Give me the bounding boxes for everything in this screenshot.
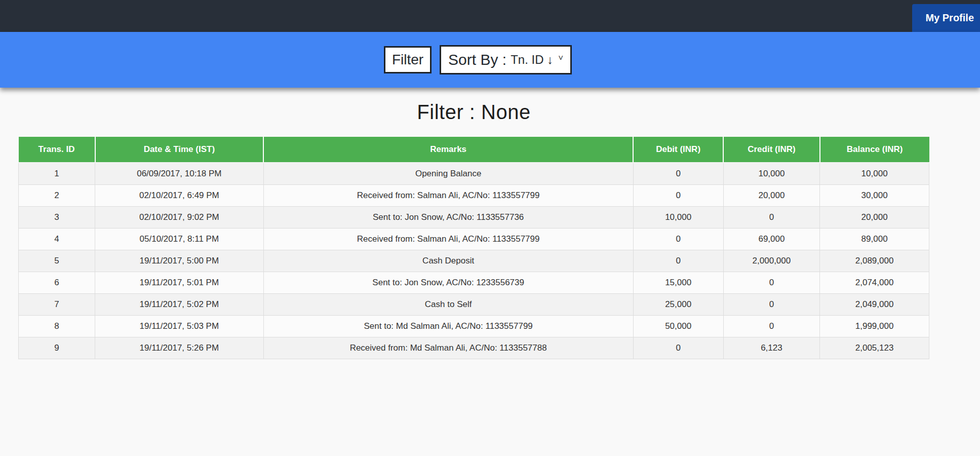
cell-debit: 25,000 <box>633 294 723 316</box>
cell-remarks: Sent to: Jon Snow, AC/No: 1233556739 <box>263 272 633 294</box>
my-profile-button[interactable]: My Profile <box>912 4 980 32</box>
cell-datetime: 02/10/2017, 6:49 PM <box>95 185 264 207</box>
cell-credit: 2,000,000 <box>723 250 820 272</box>
cell-remarks: Received from: Md Salman Ali, AC/No: 113… <box>263 337 633 359</box>
cell-credit: 0 <box>723 294 820 316</box>
cell-datetime: 19/11/2017, 5:02 PM <box>95 294 264 316</box>
table-header-row: Trans. IDDate & Time (IST)RemarksDebit (… <box>19 137 929 163</box>
chevron-down-icon: ˅ <box>558 53 563 63</box>
filter-sort-toolbar: Filter Sort By : Tn. ID ↓ ˅ <box>0 32 980 88</box>
column-header: Remarks <box>263 137 633 163</box>
table-row: 619/11/2017, 5:01 PMSent to: Jon Snow, A… <box>19 272 929 294</box>
cell-trans-id: 2 <box>19 185 95 207</box>
cell-debit: 0 <box>633 229 723 250</box>
cell-remarks: Received from: Salman Ali, AC/No: 113355… <box>263 229 633 250</box>
cell-debit: 15,000 <box>633 272 723 294</box>
cell-balance: 2,049,000 <box>820 294 929 316</box>
cell-credit: 10,000 <box>723 163 820 185</box>
table-row: 302/10/2017, 9:02 PMSent to: Jon Snow, A… <box>19 207 929 229</box>
cell-datetime: 19/11/2017, 5:26 PM <box>95 337 264 359</box>
sort-by-selected-value: Tn. ID ↓ <box>511 52 553 67</box>
cell-trans-id: 1 <box>19 163 95 185</box>
cell-balance: 2,005,123 <box>820 337 929 359</box>
cell-remarks: Opening Balance <box>263 163 633 185</box>
main-content: Filter : None Trans. IDDate & Time (IST)… <box>18 88 929 359</box>
cell-balance: 89,000 <box>820 229 929 250</box>
cell-trans-id: 3 <box>19 207 95 229</box>
cell-remarks: Received from: Salman Ali, AC/No: 113355… <box>263 185 633 207</box>
cell-balance: 2,074,000 <box>820 272 929 294</box>
cell-datetime: 19/11/2017, 5:03 PM <box>95 316 264 337</box>
cell-datetime: 19/11/2017, 5:00 PM <box>95 250 264 272</box>
column-header: Balance (INR) <box>820 137 929 163</box>
table-row: 106/09/2017, 10:18 PMOpening Balance010,… <box>19 163 929 185</box>
cell-datetime: 06/09/2017, 10:18 PM <box>95 163 264 185</box>
column-header: Date & Time (IST) <box>95 137 264 163</box>
cell-debit: 10,000 <box>633 207 723 229</box>
transactions-table: Trans. IDDate & Time (IST)RemarksDebit (… <box>18 137 929 359</box>
cell-debit: 0 <box>633 337 723 359</box>
table-row: 819/11/2017, 5:03 PMSent to: Md Salman A… <box>19 316 929 337</box>
column-header: Credit (INR) <box>723 137 820 163</box>
transactions-body: 106/09/2017, 10:18 PMOpening Balance010,… <box>19 163 929 359</box>
table-row: 405/10/2017, 8:11 PMReceived from: Salma… <box>19 229 929 250</box>
filter-button[interactable]: Filter <box>384 46 432 73</box>
table-row: 202/10/2017, 6:49 PMReceived from: Salma… <box>19 185 929 207</box>
cell-trans-id: 4 <box>19 229 95 250</box>
cell-debit: 0 <box>633 163 723 185</box>
cell-balance: 1,999,000 <box>820 316 929 337</box>
cell-trans-id: 7 <box>19 294 95 316</box>
cell-remarks: Cash to Self <box>263 294 633 316</box>
cell-remarks: Cash Deposit <box>263 250 633 272</box>
top-navbar: My Profile <box>0 0 980 32</box>
cell-balance: 30,000 <box>820 185 929 207</box>
cell-debit: 0 <box>633 250 723 272</box>
cell-remarks: Sent to: Jon Snow, AC/No: 1133557736 <box>263 207 633 229</box>
cell-balance: 2,089,000 <box>820 250 929 272</box>
cell-credit: 0 <box>723 272 820 294</box>
sort-by-select[interactable]: Sort By : Tn. ID ↓ ˅ <box>440 45 572 74</box>
cell-datetime: 05/10/2017, 8:11 PM <box>95 229 264 250</box>
column-header: Debit (INR) <box>633 137 723 163</box>
cell-remarks: Sent to: Md Salman Ali, AC/No: 113355779… <box>263 316 633 337</box>
toolbar-controls: Filter Sort By : Tn. ID ↓ ˅ <box>384 45 572 74</box>
cell-debit: 0 <box>633 185 723 207</box>
table-row: 719/11/2017, 5:02 PMCash to Self25,00002… <box>19 294 929 316</box>
cell-debit: 50,000 <box>633 316 723 337</box>
cell-trans-id: 8 <box>19 316 95 337</box>
cell-datetime: 02/10/2017, 9:02 PM <box>95 207 264 229</box>
table-row: 919/11/2017, 5:26 PMReceived from: Md Sa… <box>19 337 929 359</box>
cell-credit: 6,123 <box>723 337 820 359</box>
column-header: Trans. ID <box>19 137 95 163</box>
sort-by-label: Sort By : <box>448 50 506 69</box>
table-header: Trans. IDDate & Time (IST)RemarksDebit (… <box>19 137 929 163</box>
cell-credit: 69,000 <box>723 229 820 250</box>
cell-trans-id: 6 <box>19 272 95 294</box>
cell-trans-id: 9 <box>19 337 95 359</box>
cell-datetime: 19/11/2017, 5:01 PM <box>95 272 264 294</box>
table-row: 519/11/2017, 5:00 PMCash Deposit02,000,0… <box>19 250 929 272</box>
cell-credit: 0 <box>723 207 820 229</box>
page-title: Filter : None <box>18 88 929 124</box>
cell-credit: 0 <box>723 316 820 337</box>
cell-credit: 20,000 <box>723 185 820 207</box>
cell-balance: 10,000 <box>820 163 929 185</box>
cell-trans-id: 5 <box>19 250 95 272</box>
cell-balance: 20,000 <box>820 207 929 229</box>
